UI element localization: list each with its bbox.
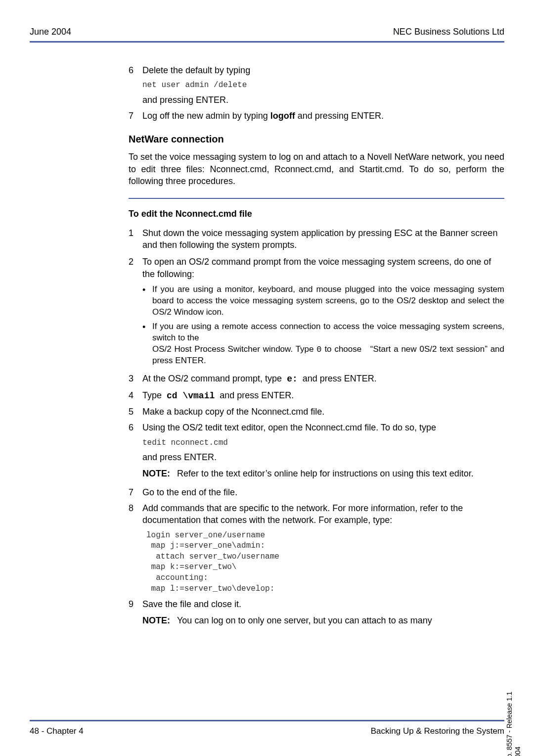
step-num: 9 — [129, 598, 142, 610]
step-num: 7 — [129, 486, 142, 498]
step-num: 6 — [129, 422, 142, 433]
step-text: Add commands that are specific to the ne… — [142, 502, 504, 526]
bullet-text: If you are using a remote access connect… — [152, 321, 504, 367]
section-rule — [129, 198, 504, 199]
section-heading: NetWare connection — [129, 133, 504, 146]
step-text: Go to the end of the file. — [142, 486, 504, 498]
note-label: NOTE: — [142, 614, 177, 626]
footer-right: Backing Up & Restoring the System — [371, 726, 504, 736]
step-after: and press ENTER. — [142, 451, 504, 463]
code-block: login server_one/username map j:=server_… — [146, 530, 504, 595]
step-text: At the OS/2 command prompt, type e: and … — [142, 373, 504, 385]
step-text: Type cd \vmail and press ENTER. — [142, 389, 504, 402]
step-num: 6 — [129, 64, 142, 76]
step-num: 5 — [129, 406, 142, 418]
step-text: Make a backup copy of the Nconnect.cmd f… — [142, 406, 504, 418]
step-text: Shut down the voice messaging system app… — [142, 227, 504, 251]
code-line: tedit nconnect.cmd — [142, 438, 504, 449]
section-para: To set the voice messaging system to log… — [129, 151, 504, 187]
note-label: NOTE: — [142, 468, 177, 479]
step-num: 4 — [129, 389, 142, 402]
step-num: 8 — [129, 502, 142, 526]
procedure-heading: To edit the Nconnect.cmd file — [129, 208, 504, 220]
bullet-dot-icon: • — [142, 284, 152, 318]
header-right: NEC Business Solutions Ltd — [393, 27, 504, 37]
step-num: 2 — [129, 256, 142, 280]
step-text: Log off the new admin by typing logoff a… — [142, 110, 504, 122]
step-num: 1 — [129, 227, 142, 251]
step-after: and pressing ENTER. — [142, 94, 504, 106]
step-num: 7 — [129, 110, 142, 122]
step-text: Delete the default by typing — [142, 64, 504, 76]
note-body: Refer to the text editor’s online help f… — [177, 468, 504, 479]
step-text: To open an OS/2 command prompt from the … — [142, 256, 504, 280]
footer-left: 48 - Chapter 4 — [30, 726, 84, 736]
side-docinfo: Doc. No. 8557 - Release 1.1June 2004 — [505, 692, 522, 756]
step-text: Save the file and close it. — [142, 598, 504, 610]
note-body: You can log on to only one server, but y… — [177, 614, 504, 626]
bullet-text: If you are using a monitor, keyboard, an… — [152, 284, 504, 318]
footer-rule — [30, 720, 504, 721]
step-text: Using the OS/2 tedit text editor, open t… — [142, 422, 504, 433]
header-left: June 2004 — [30, 27, 71, 37]
bullet-dot-icon: • — [142, 321, 152, 367]
step-num: 3 — [129, 373, 142, 385]
header-rule — [30, 41, 504, 43]
code-line: net user admin /delete — [142, 80, 504, 91]
